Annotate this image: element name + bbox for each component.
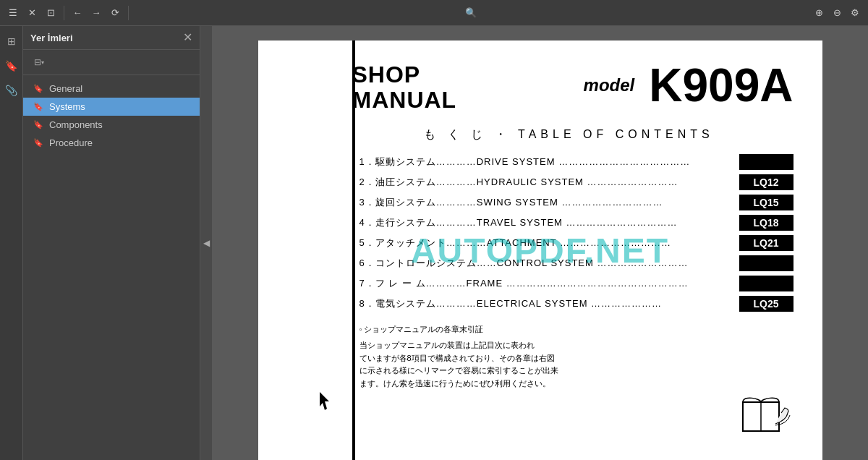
forward-icon[interactable]: → [89,6,103,20]
sidebar-item-systems-label: Systems [49,101,85,112]
bookmark-systems-icon: 🔖 [33,102,43,111]
sidebar-title: Yer İmleri [30,33,73,43]
toolbar: ☰ ✕ ⊡ ← → ⟳ 🔍 ⊕ ⊖ ⚙ [0,0,868,26]
toc-tag-3: LQ15 [739,195,793,210]
toolbar-center: 🔍 [135,6,807,20]
sidebar-item-procedure-label: Procedure [49,137,93,148]
toc-item-3: 3．旋回システム…………SWING SYSTEM ………………………… LQ15 [287,195,793,210]
bookmark-procedure-icon: 🔖 [33,138,43,148]
main-layout: ⊞ 🔖 📎 Yer İmleri ✕ ⊟ ▾ 🔖 General 🔖 Syste… [0,26,868,460]
sidebar: Yer İmleri ✕ ⊟ ▾ 🔖 General 🔖 Systems 🔖 C… [23,26,200,460]
sidebar-tool-view-btn[interactable]: ⊟ ▾ [29,54,49,71]
collapse-sidebar-button[interactable]: ◀ [200,26,212,460]
collapse-arrow-icon: ◀ [203,238,210,248]
pdf-header: SHOP MANUAL model K909A [287,62,793,113]
toc-item-3-text: 3．旋回システム…………SWING SYSTEM ………………………… [359,196,739,209]
note-section: ◦ ショップマニュアルの各章末引証 当ショップマニュアルの装置は上記目次に表われ… [287,323,793,390]
separator-1 [64,6,64,20]
pdf-page: AUTOPDF.NET SHOP MANUAL model K909A も く … [258,41,822,460]
toc-item-7: 7．フ レ ー ム…………FRAME ……………………………………………… [287,276,793,291]
layers-icon[interactable]: ⊞ [2,32,21,51]
toc-item-7-text: 7．フ レ ー ム…………FRAME ……………………………………………… [359,277,739,290]
zoom-in-icon[interactable]: ⊕ [812,6,826,20]
sidebar-item-systems[interactable]: 🔖 Systems [23,98,200,116]
back-icon[interactable]: ← [70,6,85,20]
grid-icon[interactable]: ⊡ [43,6,58,20]
cursor-figure [316,392,331,417]
model-number: K909A [649,62,793,108]
toc-item-1: 1．駆動システム…………DRIVE SYSTEM ………………………………… [287,154,793,170]
bookmark-components-icon: 🔖 [33,120,43,129]
toc-item-8: 8．電気システム…………ELECTRICAL SYSTEM ………………… LQ… [287,296,793,312]
svg-marker-0 [320,392,329,410]
toc-tag-7 [739,276,793,291]
icon-bar: ⊞ 🔖 📎 [0,26,23,460]
shop-text: SHOP [352,62,457,88]
note-body: 当ショップマニュアルの装置は上記目次に表われ ていますが各8項目で構成されており… [359,339,793,390]
toc-tag-2: LQ12 [739,174,793,190]
model-label: model [584,75,635,95]
toc-list: 1．駆動システム…………DRIVE SYSTEM ………………………………… 2… [287,154,793,312]
settings-icon[interactable]: ⚙ [848,6,862,20]
shop-manual-title: SHOP MANUAL [352,62,457,113]
hand-illustration [736,388,793,446]
bookmarks-icon[interactable]: 🔖 [2,56,21,75]
note-title: ◦ ショップマニュアルの各章末引証 [359,323,793,336]
toc-item-5: 5．アタッチメント…………ATTACHMENT …………………………… LQ21 [287,235,793,251]
toc-item-8-text: 8．電気システム…………ELECTRICAL SYSTEM ………………… [359,297,739,310]
toc-item-2-text: 2．油圧システム…………HYDRAULIC SYSTEM ……………………… [359,176,739,189]
dropdown-icon: ▾ [41,59,44,66]
separator-2 [128,6,129,20]
close-icon[interactable]: ✕ [25,6,39,20]
toc-tag-8: LQ25 [739,296,793,312]
toc-item-6-text: 6．コントロールシステム……CONTROL SYSTEM ……………………… [359,257,739,270]
toc-item-4: 4．走行システム…………TRAVEL SYSTEM …………………………… LQ… [287,215,793,231]
sidebar-toolbar: ⊟ ▾ [23,50,200,75]
sidebar-close-button[interactable]: ✕ [183,32,192,43]
toc-item-5-text: 5．アタッチメント…………ATTACHMENT …………………………… [359,237,739,250]
toolbar-right: ⊕ ⊖ ⚙ [812,6,862,20]
toc-item-1-text: 1．駆動システム…………DRIVE SYSTEM ………………………………… [359,156,739,169]
sidebar-item-components-label: Components [49,119,103,130]
toc-tag-1 [739,154,793,170]
sidebar-item-components[interactable]: 🔖 Components [23,116,200,134]
toc-title: も く じ ・ TABLE OF CONTENTS [287,127,793,142]
toc-tag-5: LQ21 [739,235,793,251]
sidebar-item-general[interactable]: 🔖 General [23,80,200,98]
menu-icon[interactable]: ☰ [6,6,20,20]
zoom-out-icon[interactable]: ⊖ [830,6,844,20]
manual-text: MANUAL [352,88,457,113]
sidebar-item-general-label: General [49,83,82,94]
search-icon[interactable]: 🔍 [464,6,478,20]
toc-tag-6 [739,255,793,271]
bookmark-general-icon: 🔖 [33,84,43,93]
view-icon: ⊟ [34,57,41,67]
pdf-area[interactable]: AUTOPDF.NET SHOP MANUAL model K909A も く … [212,26,868,460]
toc-item-2: 2．油圧システム…………HYDRAULIC SYSTEM ……………………… L… [287,174,793,190]
sidebar-header: Yer İmleri ✕ [23,26,200,50]
model-section: model K909A [584,62,793,108]
sidebar-items: 🔖 General 🔖 Systems 🔖 Components 🔖 Proce… [23,75,200,460]
toc-tag-4: LQ18 [739,215,793,231]
attachments-icon[interactable]: 📎 [2,81,21,100]
toc-item-6: 6．コントロールシステム……CONTROL SYSTEM ……………………… [287,255,793,271]
pdf-vertical-bar [352,41,355,460]
refresh-icon[interactable]: ⟳ [108,6,122,20]
toc-item-4-text: 4．走行システム…………TRAVEL SYSTEM …………………………… [359,216,739,229]
sidebar-item-procedure[interactable]: 🔖 Procedure [23,134,200,152]
